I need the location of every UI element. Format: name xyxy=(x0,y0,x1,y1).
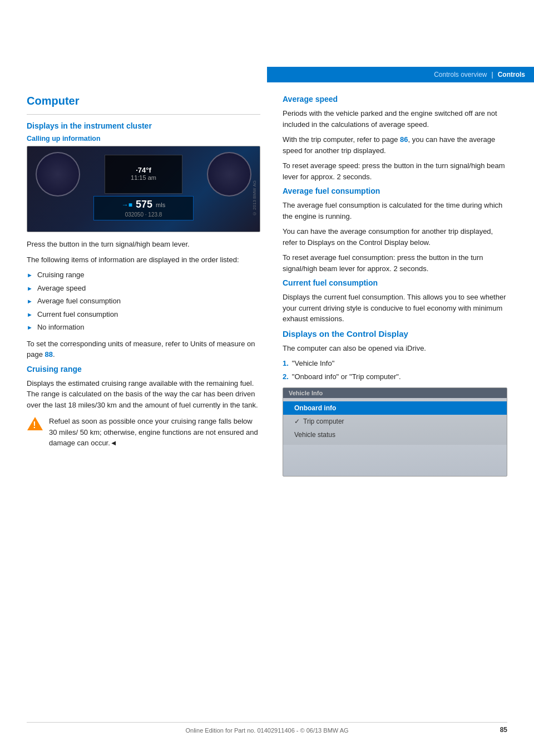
vi-menu: Onboard info Trip computer Vehicle statu… xyxy=(283,398,507,445)
bullet-arrow: ► xyxy=(27,284,33,293)
bullet-arrow: ► xyxy=(27,323,33,332)
avg-fuel-title: Average fuel consumption xyxy=(283,186,507,195)
avg-speed-page-link[interactable]: 86 xyxy=(400,135,408,144)
vehicle-info-image: Vehicle Info Onboard info Trip computer … xyxy=(283,387,507,477)
avg-fuel-p3: To reset average fuel consumption: press… xyxy=(283,252,507,274)
calling-up-title: Calling up information xyxy=(27,135,260,143)
avg-fuel-p2: You can have the average consumption for… xyxy=(283,226,507,248)
temp-display: ·74°f xyxy=(136,166,151,174)
side-text: © 2013 BMW AG xyxy=(252,180,257,216)
vi-menu-trip: Trip computer xyxy=(283,415,507,428)
breadcrumb-bar: Controls overview | Controls xyxy=(267,67,534,82)
miles-value: 575 xyxy=(136,199,152,210)
speedo-left xyxy=(36,152,80,197)
svg-text:!: ! xyxy=(33,420,36,430)
bullet-text: No information xyxy=(37,322,85,333)
breadcrumb-inactive: Controls overview xyxy=(434,71,487,78)
warning-icon-wrap: ! xyxy=(27,416,43,433)
vi-menu-onboard: Onboard info xyxy=(283,401,507,415)
footer: Online Edition for Part no. 01402911406 … xyxy=(0,727,534,734)
avg-speed-p3: To reset average speed: press the button… xyxy=(283,160,507,182)
breadcrumb-active: Controls xyxy=(498,71,525,78)
main-content: Computer Displays in the instrument clus… xyxy=(0,89,534,700)
following-items-text: The following items of information are d… xyxy=(27,254,260,266)
bullet-text: Current fuel consumption xyxy=(37,309,118,320)
cruising-range-text: Displays the estimated cruising range av… xyxy=(27,378,260,411)
right-column: Average speed Periods with the vehicle p… xyxy=(283,89,507,700)
bullet-arrow: ► xyxy=(27,297,33,306)
cluster-image: ·74°f 11:15 am →■ 575 mls 032050 · 123.8… xyxy=(27,146,260,232)
item-1-text: "Vehicle Info" xyxy=(292,358,334,369)
footer-line xyxy=(27,722,507,723)
miles-unit: mls xyxy=(156,202,165,208)
footer-text: Online Edition for Part no. 01402911406 … xyxy=(185,727,348,734)
warning-icon: ! xyxy=(27,416,43,431)
page-number: 85 xyxy=(500,726,507,734)
bottom-bar: →■ 575 mls 032050 · 123.8 xyxy=(93,196,194,220)
cruising-range-title: Cruising range xyxy=(27,365,260,374)
units-page-link[interactable]: 88 xyxy=(45,350,53,359)
num-1: 1. xyxy=(283,358,289,369)
avg-speed-p1: Periods with the vehicle parked and the … xyxy=(283,108,507,130)
list-item: ► Average fuel consumption xyxy=(27,296,260,307)
bullet-arrow: ► xyxy=(27,310,33,320)
item-2-text: "Onboard info" or "Trip computer". xyxy=(292,371,401,382)
divider-1 xyxy=(27,114,260,115)
list-item: ► Average speed xyxy=(27,283,260,294)
list-item: ► No information xyxy=(27,322,260,333)
displays-control-p1: The computer can also be opened via iDri… xyxy=(283,343,507,354)
current-fuel-p1: Displays the current fuel consumption. T… xyxy=(283,292,507,325)
bullet-text: Cruising range xyxy=(37,269,85,281)
breadcrumb-separator: | xyxy=(492,71,493,78)
time-display: 11:15 am xyxy=(131,174,156,181)
warning-box: ! Refuel as soon as possible once your c… xyxy=(27,416,260,453)
units-text: To set the corresponding units of measur… xyxy=(27,338,260,360)
num-2: 2. xyxy=(283,371,289,382)
left-column: Computer Displays in the instrument clus… xyxy=(27,89,260,700)
bullet-list: ► Cruising range ► Average speed ► Avera… xyxy=(27,269,260,333)
range-display: →■ 575 mls xyxy=(122,199,165,210)
vi-menu-vehicle: Vehicle status xyxy=(283,428,507,441)
displays-control-title: Displays on the Control Display xyxy=(283,329,507,338)
current-fuel-title: Current fuel consumption xyxy=(283,278,507,287)
center-display: ·74°f 11:15 am xyxy=(105,155,182,194)
list-item-1: 1. "Vehicle Info" xyxy=(283,358,507,369)
bullet-arrow: ► xyxy=(27,271,33,280)
list-item-2: 2. "Onboard info" or "Trip computer". xyxy=(283,371,507,382)
average-speed-title: Average speed xyxy=(283,95,507,104)
list-item: ► Current fuel consumption xyxy=(27,309,260,320)
numbered-list: 1. "Vehicle Info" 2. "Onboard info" or "… xyxy=(283,358,507,382)
displays-instrument-title: Displays in the instrument cluster xyxy=(27,121,260,130)
list-item: ► Cruising range xyxy=(27,269,260,281)
odometer: 032050 · 123.8 xyxy=(125,212,162,218)
vi-header: Vehicle Info xyxy=(283,388,507,398)
bullet-text: Average fuel consumption xyxy=(37,296,121,307)
bullet-text: Average speed xyxy=(37,283,86,294)
warning-text: Refuel as soon as possible once your cru… xyxy=(49,416,260,449)
avg-speed-p2: With the trip computer, refer to page 86… xyxy=(283,134,507,156)
section-title: Computer xyxy=(27,95,260,107)
speedo-right xyxy=(207,152,251,197)
press-button-text: Press the button in the turn signal/high… xyxy=(27,239,260,250)
avg-fuel-p1: The average fuel consumption is calculat… xyxy=(283,200,507,222)
range-arrow: →■ xyxy=(122,201,132,209)
